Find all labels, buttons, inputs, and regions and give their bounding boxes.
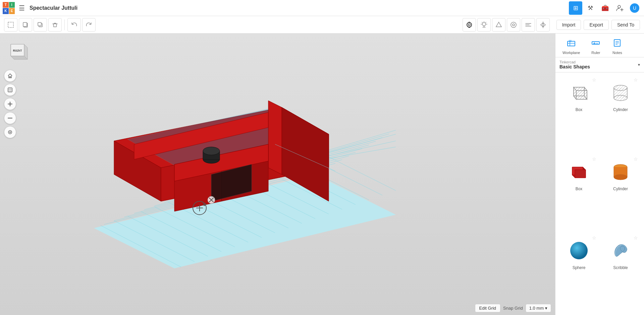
svg-marker-13	[496, 22, 501, 27]
snap-grid-dropdown[interactable]: 1.0 mm ▾	[526, 304, 551, 312]
ruler-tab-label: Ruler	[591, 51, 600, 55]
send-to-button[interactable]: Send To	[611, 20, 640, 30]
svg-point-0	[618, 5, 621, 8]
shape-visual-cylinder-orange	[607, 158, 634, 185]
shape-item-scribble[interactable]: ☆ Scribble	[600, 233, 641, 312]
svg-rect-11	[469, 27, 470, 28]
shape-label-box-red: Box	[576, 187, 583, 191]
svg-rect-5	[23, 22, 27, 27]
svg-point-8	[467, 22, 472, 27]
svg-marker-113	[576, 91, 587, 99]
snap-grid-arrow: ▾	[545, 306, 547, 311]
home-camera-button[interactable]	[4, 70, 16, 82]
avatar-button[interactable]: U	[628, 1, 641, 15]
left-panel: RiGhT	[0, 34, 35, 142]
svg-point-15	[513, 24, 515, 26]
select-button[interactable]	[4, 18, 17, 32]
logo-i: I	[9, 2, 15, 8]
shape-star-cylinder-orange[interactable]: ☆	[634, 156, 638, 162]
right-panel: › Workplane	[555, 34, 644, 315]
fit-camera-button[interactable]	[4, 84, 16, 96]
shape-label-sphere-blue: Sphere	[573, 265, 586, 270]
dropdown-value: Basic Shapes	[559, 64, 590, 69]
shape-star-box-red[interactable]: ☆	[592, 156, 596, 162]
grid-view-button[interactable]: ⊞	[569, 1, 582, 15]
light-button[interactable]	[477, 18, 491, 32]
shape-star-cylinder-grey[interactable]: ☆	[634, 77, 638, 83]
shape-visual-box-grey	[566, 79, 592, 106]
top-nav: T I K E ☰ Spectacular Juttuli ⊞ ⚒ 🧰 U	[0, 0, 644, 16]
shape-star-box-grey[interactable]: ☆	[592, 77, 596, 83]
shape-label-cylinder-orange: Cylinder	[613, 187, 628, 191]
import-button[interactable]: Import	[556, 20, 581, 30]
undo-button[interactable]	[67, 18, 81, 32]
toolbar-separator-1	[64, 19, 65, 30]
zoom-in-button[interactable]	[4, 98, 16, 110]
shape-item-box-grey[interactable]: ☆	[558, 75, 600, 154]
svg-marker-77	[268, 101, 282, 174]
shapes-grid: ☆	[555, 72, 644, 315]
copy-button[interactable]	[19, 18, 32, 32]
view-cube[interactable]: RiGhT	[4, 38, 31, 64]
toolbar-right	[463, 18, 550, 32]
workplane-tab[interactable]: Workplane	[558, 36, 584, 57]
svg-rect-7	[38, 22, 41, 26]
hammer-button[interactable]: ⚒	[584, 1, 597, 15]
svg-rect-3	[8, 22, 13, 28]
toolbar: Import Export Send To	[0, 16, 644, 34]
nav-right-icons: ⊞ ⚒ 🧰 U	[569, 1, 641, 15]
svg-point-12	[482, 22, 486, 26]
shape-star-sphere-blue[interactable]: ☆	[592, 235, 596, 241]
svg-rect-10	[469, 22, 470, 23]
export-button[interactable]: Export	[584, 20, 608, 30]
project-title: Spectacular Juttuli	[30, 5, 77, 11]
notes-tab-label: Notes	[612, 51, 622, 55]
svg-point-14	[511, 22, 516, 28]
shape-tool-button[interactable]	[492, 18, 505, 32]
svg-marker-21	[543, 23, 545, 27]
tinkercad-logo[interactable]: T I K E	[3, 2, 15, 14]
shape-item-cylinder-orange[interactable]: ☆ Cylinder	[600, 154, 641, 233]
shape-label-cylinder-grey: Cylinder	[613, 107, 628, 112]
workplane-tab-label: Workplane	[562, 51, 580, 55]
logo-e: E	[9, 8, 15, 14]
edit-grid-button[interactable]: Edit Grid	[475, 304, 501, 312]
canvas-3d: RiGhT	[0, 34, 555, 315]
circle-tool-button[interactable]	[507, 18, 520, 32]
dropdown-arrow: ▾	[638, 62, 640, 67]
mirror-button[interactable]	[536, 18, 550, 32]
shape-star-scribble[interactable]: ☆	[634, 235, 638, 241]
shape-visual-box-red	[566, 158, 592, 185]
viewport[interactable]: RiGhT	[0, 34, 555, 315]
notes-tab[interactable]: Notes	[607, 36, 627, 57]
svg-point-9	[468, 24, 470, 26]
briefcase-button[interactable]: 🧰	[598, 1, 612, 15]
delete-button[interactable]	[48, 18, 62, 32]
shape-visual-sphere-blue	[566, 237, 592, 264]
main-area: RiGhT	[0, 34, 644, 315]
ruler-tab[interactable]: Ruler	[586, 36, 606, 57]
logo-k: K	[3, 8, 9, 14]
align-button[interactable]	[522, 18, 535, 32]
duplicate-button[interactable]	[34, 18, 47, 32]
redo-button[interactable]	[82, 18, 96, 32]
shapes-dropdown[interactable]: Tinkercad Basic Shapes ▾	[555, 57, 644, 72]
menu-icon[interactable]: ☰	[19, 4, 25, 12]
svg-point-131	[570, 242, 588, 259]
bottom-bar: Edit Grid Snap Grid 1.0 mm ▾	[471, 301, 555, 315]
notes-icon	[613, 39, 622, 49]
svg-point-119	[614, 95, 627, 101]
rotate-camera-button[interactable]	[4, 126, 16, 138]
snap-grid-label: Snap Grid	[503, 306, 523, 311]
svg-point-83	[203, 147, 220, 155]
ruler-icon	[591, 39, 600, 49]
shape-item-cylinder-grey[interactable]: ☆ Cylinder	[600, 75, 641, 154]
import-export-actions: Import Export Send To	[556, 20, 640, 30]
add-user-button[interactable]	[613, 1, 627, 15]
shape-item-sphere-blue[interactable]: ☆ Sphere	[558, 233, 600, 312]
camera-mode-button[interactable]	[463, 18, 476, 32]
zoom-out-button[interactable]	[4, 112, 16, 124]
shape-item-box-red[interactable]: ☆ Box	[558, 154, 600, 233]
svg-text:RiGhT: RiGhT	[13, 49, 22, 52]
svg-point-130	[614, 174, 627, 180]
